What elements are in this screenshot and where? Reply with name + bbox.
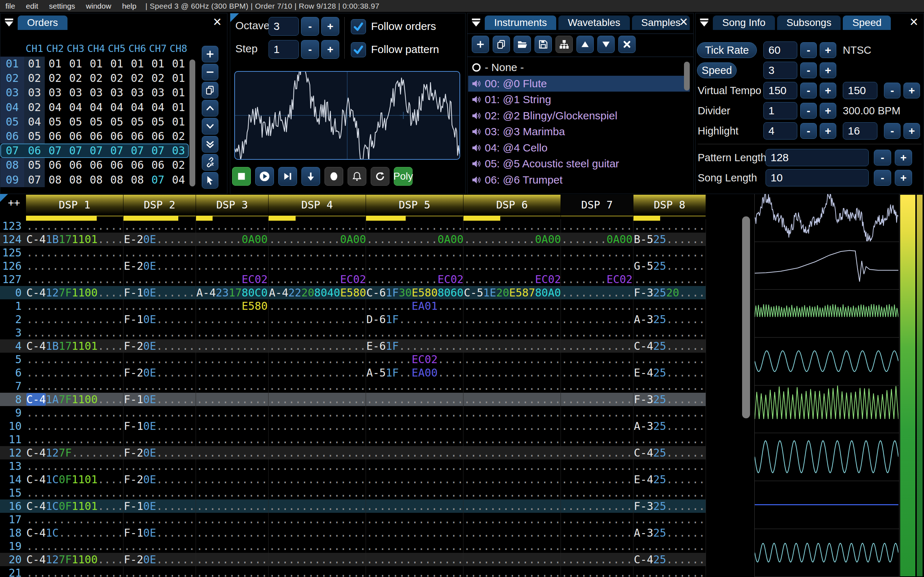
pattern-cell[interactable]: ............... bbox=[464, 259, 561, 272]
order-cell[interactable]: 06 bbox=[24, 143, 45, 158]
pattern-cell[interactable]: ............... bbox=[464, 500, 561, 513]
speed-label[interactable]: Speed bbox=[697, 62, 737, 78]
follow-pattern-checkbox[interactable] bbox=[351, 42, 366, 57]
pattern-cell[interactable]: ........... bbox=[561, 473, 633, 486]
order-row-number[interactable]: 09 bbox=[0, 173, 24, 187]
order-row-number[interactable]: 06 bbox=[0, 129, 24, 143]
virtual-tempo-input-1[interactable]: 150 bbox=[763, 82, 797, 99]
orders-col-ch2[interactable]: CH2 bbox=[45, 43, 65, 54]
pattern-cell[interactable]: ............... bbox=[268, 259, 366, 272]
pattern-cell[interactable]: ............... bbox=[268, 540, 366, 553]
highlight-plus-button-2[interactable]: + bbox=[903, 123, 920, 139]
pattern-cell[interactable]: C-4127F1100.... bbox=[26, 286, 123, 299]
song-length-minus-button[interactable]: - bbox=[874, 170, 891, 186]
pattern-cell[interactable]: ........... bbox=[196, 500, 268, 513]
move-to-bottom-button[interactable] bbox=[202, 136, 218, 153]
pattern-cell[interactable]: ........... bbox=[561, 500, 633, 513]
pattern-cell[interactable]: D-61F.......... bbox=[366, 313, 464, 326]
pattern-cell[interactable]: ............... bbox=[268, 339, 366, 353]
pattern-cell[interactable]: ............... bbox=[26, 259, 123, 272]
duplicate-button[interactable] bbox=[202, 82, 218, 98]
order-cell[interactable]: 07 bbox=[148, 173, 168, 187]
pattern-cell[interactable]: ........... bbox=[196, 446, 268, 459]
speed-close-icon[interactable]: × bbox=[907, 15, 921, 29]
pattern-cell[interactable]: ............... bbox=[26, 299, 123, 313]
pattern-cell[interactable]: ............... bbox=[464, 326, 561, 339]
divider-minus-button[interactable]: - bbox=[800, 103, 817, 119]
pattern-cell[interactable]: ............... bbox=[366, 246, 464, 259]
order-cell[interactable]: 06 bbox=[65, 158, 86, 172]
menu-edit[interactable]: edit bbox=[21, 2, 44, 10]
pattern-cell[interactable]: .......E580 bbox=[196, 299, 268, 313]
move-down-button[interactable] bbox=[202, 118, 218, 134]
pattern-cell[interactable]: ............... bbox=[464, 339, 561, 353]
order-cell[interactable]: 07 bbox=[127, 143, 148, 158]
pattern-cell[interactable]: ............... bbox=[26, 379, 123, 393]
pattern-cell[interactable]: ............... bbox=[26, 326, 123, 339]
pattern-cell[interactable]: ........... bbox=[196, 219, 268, 233]
pattern-cell[interactable]: ........... bbox=[561, 353, 633, 366]
order-cell[interactable]: 01 bbox=[168, 100, 189, 115]
order-cell[interactable]: 03 bbox=[148, 85, 168, 100]
order-cell[interactable]: 01 bbox=[86, 56, 107, 71]
channel-header[interactable]: DSP 4 bbox=[268, 195, 366, 221]
order-cell[interactable]: 05 bbox=[86, 115, 107, 129]
order-cell[interactable]: 05 bbox=[24, 158, 45, 172]
pattern-cell[interactable]: ........... bbox=[561, 486, 633, 500]
delete-button[interactable] bbox=[618, 36, 636, 53]
pattern-cell[interactable]: A-325...... bbox=[633, 313, 706, 326]
order-cell[interactable]: 06 bbox=[107, 158, 127, 172]
pattern-cell[interactable]: ............... bbox=[366, 566, 464, 577]
pattern-row-number[interactable]: 14 bbox=[0, 473, 26, 486]
pattern-cell[interactable]: ............... bbox=[26, 353, 123, 366]
move-down-tri-button[interactable] bbox=[597, 36, 615, 53]
order-cell[interactable]: 04 bbox=[148, 100, 168, 115]
tab-wavetables[interactable]: Wavetables bbox=[558, 16, 630, 30]
pattern-cell[interactable]: ........... bbox=[561, 286, 633, 299]
pattern-cell[interactable]: ........... bbox=[561, 459, 633, 473]
tab-song-info[interactable]: Song Info bbox=[713, 16, 775, 30]
pattern-cell[interactable]: F-20E...... bbox=[123, 446, 196, 459]
pattern-cell[interactable]: ............... bbox=[268, 486, 366, 500]
instruments-close-icon[interactable]: × bbox=[677, 15, 690, 29]
pattern-cell[interactable]: ............... bbox=[268, 393, 366, 406]
window-menu-icon[interactable] bbox=[3, 16, 16, 29]
speed-minus-button[interactable]: - bbox=[800, 62, 817, 78]
pattern-row-number[interactable]: 9 bbox=[0, 406, 26, 419]
pattern-cell[interactable]: C-61F30E5808060 bbox=[366, 286, 464, 299]
pattern-cell[interactable]: F-10E...... bbox=[123, 419, 196, 433]
pattern-cell[interactable]: ........... bbox=[633, 353, 706, 366]
pattern-cell[interactable]: ............... bbox=[26, 272, 123, 286]
pattern-cell[interactable]: ........... bbox=[561, 259, 633, 272]
pattern-cell[interactable]: ............... bbox=[268, 500, 366, 513]
pattern-cell[interactable]: E-20E...... bbox=[123, 259, 196, 272]
pattern-cell[interactable]: ........... bbox=[561, 406, 633, 419]
orders-close-icon[interactable]: × bbox=[210, 15, 224, 29]
pattern-cell[interactable]: ........... bbox=[196, 513, 268, 526]
pattern-cell[interactable]: ............... bbox=[464, 513, 561, 526]
virtual-tempo-input-2[interactable]: 150 bbox=[843, 82, 877, 99]
order-cell[interactable]: 01 bbox=[168, 71, 189, 85]
pattern-cell[interactable]: ............... bbox=[26, 433, 123, 446]
pattern-cell[interactable]: ............... bbox=[464, 473, 561, 486]
pattern-cell[interactable]: ............... bbox=[366, 393, 464, 406]
order-cell[interactable]: 02 bbox=[127, 71, 148, 85]
pattern-row-number[interactable]: 5 bbox=[0, 353, 26, 366]
pattern-cell[interactable]: ............... bbox=[366, 473, 464, 486]
order-cell[interactable]: 07 bbox=[24, 173, 45, 187]
pattern-cell[interactable]: ............... bbox=[464, 353, 561, 366]
orders-col-ch5[interactable]: CH5 bbox=[107, 43, 127, 54]
pattern-cell[interactable]: ........... bbox=[196, 406, 268, 419]
channel-header[interactable]: DSP 1 bbox=[26, 195, 123, 221]
pattern-cell[interactable]: ........... bbox=[123, 326, 196, 339]
order-cell[interactable]: 08 bbox=[65, 173, 86, 187]
order-cell[interactable]: 07 bbox=[45, 143, 65, 158]
instrument-item[interactable]: 03: @3 Marimba bbox=[468, 124, 690, 140]
pattern-cell[interactable]: ............... bbox=[464, 419, 561, 433]
pattern-cell[interactable]: ............... bbox=[26, 219, 123, 233]
order-cell[interactable]: 06 bbox=[127, 129, 148, 143]
pattern-cell[interactable]: A-422208040E580 bbox=[268, 286, 366, 299]
pattern-cell[interactable]: ............... bbox=[464, 433, 561, 446]
orders-scrollbar[interactable] bbox=[189, 60, 195, 187]
order-row-number[interactable]: 04 bbox=[0, 100, 24, 115]
